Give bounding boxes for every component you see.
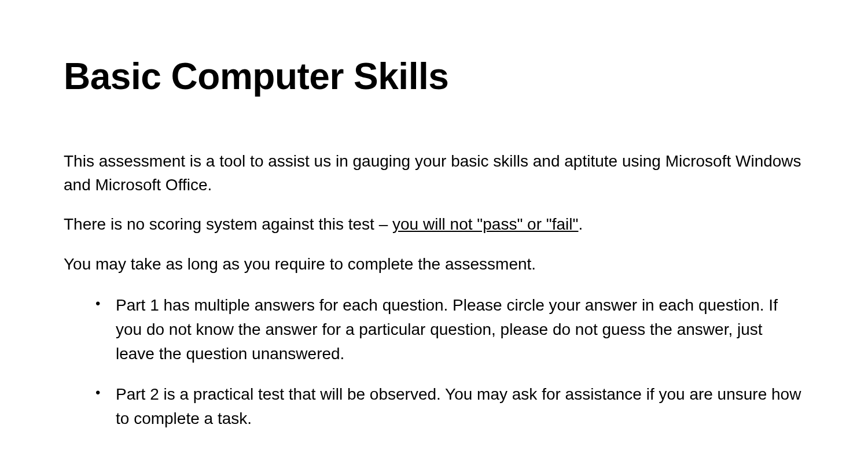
scoring-suffix: . — [578, 215, 583, 233]
page-title: Basic Computer Skills — [64, 55, 804, 98]
intro-paragraph: This assessment is a tool to assist us i… — [64, 150, 804, 197]
scoring-prefix: There is no scoring system against this … — [64, 215, 392, 233]
bullet-list: Part 1 has multiple answers for each que… — [64, 293, 804, 431]
list-item: Part 1 has multiple answers for each que… — [116, 293, 804, 366]
list-item: Part 2 is a practical test that will be … — [116, 382, 804, 431]
scoring-underlined: you will not "pass" or "fail" — [392, 215, 578, 233]
timing-paragraph: You may take as long as you require to c… — [64, 253, 804, 276]
scoring-paragraph: There is no scoring system against this … — [64, 213, 804, 237]
